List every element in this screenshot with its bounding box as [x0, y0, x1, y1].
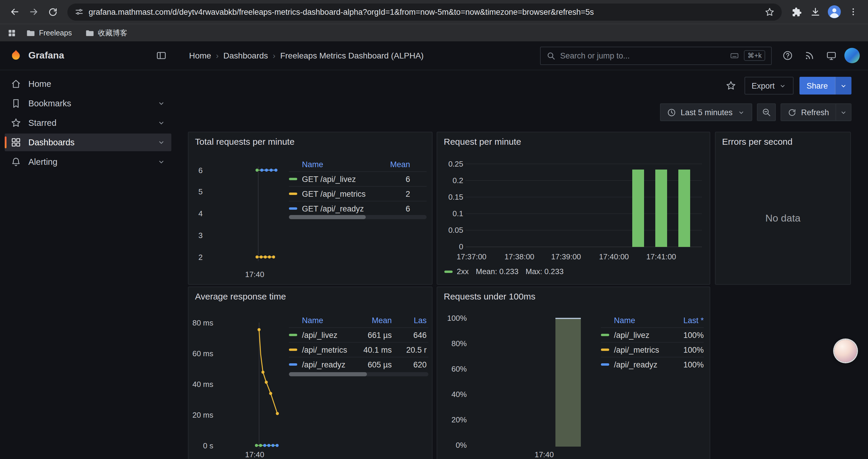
panel-title[interactable]: Requests under 100ms	[444, 291, 703, 301]
legend-scrollbar[interactable]	[289, 215, 427, 219]
url-bar[interactable]: grafana.mathmast.com/d/deytv4rwavabkb/fr…	[67, 3, 782, 21]
panel-title[interactable]: Request per minute	[444, 136, 703, 146]
breadcrumb-home[interactable]: Home	[189, 51, 211, 60]
panel-avg-response-time[interactable]: Average response time 80 ms 60 ms 40 ms …	[188, 287, 433, 459]
kiosk-monitor-icon[interactable]	[823, 47, 840, 64]
zoom-out-icon	[761, 107, 771, 117]
legend-row[interactable]: GET /api/_metrics 2	[289, 186, 427, 201]
panel-request-per-minute[interactable]: Request per minute 0.25 0.2 0.15 0.1 0.0…	[437, 132, 710, 285]
browser-profile-avatar[interactable]	[826, 3, 843, 21]
share-menu-arrow[interactable]	[835, 77, 851, 95]
legend[interactable]: 2xx Mean: 0.233 Max: 0.233	[444, 267, 564, 276]
user-avatar[interactable]	[844, 48, 860, 63]
legend-col-mean[interactable]: Mean	[350, 316, 392, 325]
extensions-icon[interactable]	[788, 3, 805, 21]
series-last: 20.5 r	[392, 345, 428, 354]
bookmark-folder-freeleaps[interactable]: Freeleaps	[23, 27, 75, 40]
legend-header: Name Last *	[601, 313, 704, 327]
legend-row[interactable]: GET /api/_readyz 6	[289, 201, 427, 216]
floating-assistant-avatar[interactable]	[834, 340, 857, 362]
sidebar-item-starred[interactable]: Starred	[5, 114, 172, 132]
zoom-out-button[interactable]	[756, 103, 776, 121]
legend-row[interactable]: /api/_metrics 100%	[601, 342, 704, 357]
share-split-button: Share	[800, 77, 851, 95]
legend-row[interactable]: /api/_readyz 605 µs 620	[289, 357, 428, 371]
star-icon	[11, 118, 21, 128]
legend-row[interactable]: GET /api/_livez 6	[289, 171, 427, 186]
site-info-icon[interactable]	[74, 7, 84, 17]
series-name: 2xx	[457, 267, 469, 276]
browser-toolbar: grafana.mathmast.com/d/deytv4rwavabkb/fr…	[0, 0, 868, 24]
series-name: GET /api/_metrics	[302, 189, 377, 198]
chevron-down-icon[interactable]	[157, 119, 165, 127]
legend-col-name[interactable]: Name	[601, 316, 668, 325]
y-tick: 2	[188, 253, 203, 262]
sidebar-item-bookmarks[interactable]: Bookmarks	[5, 95, 172, 112]
panel-total-requests[interactable]: Total requests per minute 6 5 4 3 2 17:4…	[188, 132, 433, 285]
y-tick: 5	[188, 187, 203, 196]
legend-col-last[interactable]: Las	[392, 316, 428, 325]
screen: grafana.mathmast.com/d/deytv4rwavabkb/fr…	[0, 0, 868, 459]
browser-menu-icon[interactable]	[844, 3, 862, 21]
series-mean: 6	[377, 174, 427, 184]
grafana-logo[interactable]	[9, 49, 23, 62]
bookmark-star-icon[interactable]	[765, 7, 775, 17]
bookmark-folder-blogs[interactable]: 收藏博客	[81, 26, 131, 40]
downloads-icon[interactable]	[807, 3, 824, 21]
time-range-label: Last 5 minutes	[681, 108, 733, 117]
sidebar-item-alerting[interactable]: Alerting	[5, 153, 172, 171]
chevron-down-icon[interactable]	[157, 138, 165, 146]
news-rss-icon[interactable]	[801, 47, 818, 64]
collapse-sidebar-icon[interactable]	[156, 50, 167, 61]
breadcrumb-dashboards[interactable]: Dashboards	[223, 51, 268, 60]
chevron-down-icon[interactable]	[157, 99, 165, 107]
breadcrumb-current: Freeleaps Metrics Dashboard (ALPHA)	[280, 51, 424, 60]
panel-requests-under-100ms[interactable]: Requests under 100ms 100% 80% 60% 40% 20…	[437, 287, 710, 459]
no-data-message: No data	[716, 213, 850, 225]
favorite-star-icon[interactable]	[723, 78, 739, 93]
apps-grid-icon[interactable]	[7, 28, 17, 38]
legend-row[interactable]: /api/_readyz 100%	[601, 357, 704, 371]
series-mean: 605 µs	[350, 360, 392, 369]
panel-title[interactable]: Average response time	[195, 291, 426, 301]
legend-col-last[interactable]: Last *	[668, 316, 704, 325]
y-tick: 0.05	[440, 226, 463, 234]
panel-errors-per-second[interactable]: Errors per second No data	[715, 132, 851, 285]
chevron-down-icon[interactable]	[157, 158, 165, 166]
legend-row[interactable]: /api/_metrics 40.1 ms 20.5 r	[289, 342, 428, 357]
refresh-button[interactable]: Refresh	[781, 104, 836, 121]
panel-title[interactable]: Errors per second	[722, 136, 844, 146]
help-icon[interactable]	[779, 47, 797, 64]
legend-table: Name Mean GET /api/_livez 6 GET /api/_me…	[289, 157, 427, 216]
back-icon[interactable]	[6, 3, 24, 21]
legend-col-name[interactable]: Name	[289, 316, 350, 325]
sidebar-item-home[interactable]: Home	[5, 75, 172, 93]
panel-title[interactable]: Total requests per minute	[195, 136, 426, 146]
legend-col-name[interactable]: Name	[289, 160, 377, 169]
dashboards-icon	[11, 137, 21, 148]
series-swatch	[601, 363, 609, 366]
bar-chart	[466, 162, 704, 252]
brand-name[interactable]: Grafana	[28, 50, 150, 61]
series-last: 100%	[668, 345, 704, 354]
export-button[interactable]: Export	[745, 77, 794, 95]
search-icon	[547, 51, 555, 60]
sidebar: Home Bookmarks Starred Dashboards	[0, 70, 176, 459]
breadcrumb-separator: ›	[216, 51, 219, 60]
legend-scrollbar[interactable]	[289, 372, 428, 376]
series-mean: 661 µs	[350, 330, 392, 339]
legend-row[interactable]: /api/_livez 661 µs 646	[289, 327, 428, 342]
legend-col-mean[interactable]: Mean	[377, 160, 427, 169]
forward-icon[interactable]	[25, 3, 42, 21]
bookmarks-bar: Freeleaps 收藏博客	[0, 24, 868, 42]
refresh-interval-arrow[interactable]	[836, 104, 851, 121]
share-button[interactable]: Share	[800, 77, 835, 95]
series-name: /api/_livez	[614, 330, 668, 339]
home-icon	[11, 78, 21, 89]
legend-row[interactable]: /api/_livez 100%	[601, 327, 704, 342]
reload-icon[interactable]	[44, 3, 61, 21]
sidebar-item-dashboards[interactable]: Dashboards	[5, 133, 172, 151]
time-range-picker[interactable]: Last 5 minutes	[660, 103, 752, 121]
search-input[interactable]: Search or jump to... ⌘+k	[540, 46, 772, 65]
x-tick: 17:38:00	[499, 252, 540, 261]
